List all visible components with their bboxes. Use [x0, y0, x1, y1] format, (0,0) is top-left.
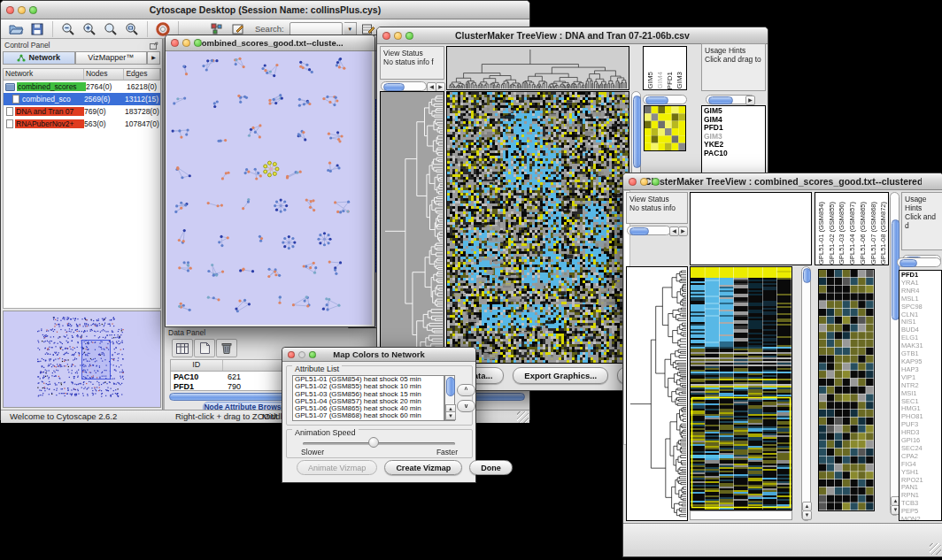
col-nodes[interactable]: Nodes [84, 69, 125, 80]
zoom-window-icon[interactable] [29, 6, 37, 14]
gene-list-hscrollbar[interactable] [897, 257, 941, 267]
open-folder-icon[interactable] [6, 20, 26, 38]
column-label[interactable]: GPL51-06 (GSM865) [858, 202, 869, 265]
status-hscrollbar[interactable]: ◀▶ [381, 81, 427, 91]
network-edges-count: 13112(15) [125, 95, 161, 104]
dialog-title-bar[interactable]: Map Colors to Network [282, 348, 475, 362]
minimize-icon[interactable] [298, 351, 305, 358]
table-select-icon[interactable] [172, 339, 193, 357]
float-window-icon[interactable] [150, 37, 158, 53]
zoom-out-icon[interactable] [58, 20, 78, 38]
speed-slider[interactable] [303, 442, 455, 445]
minimize-icon[interactable] [640, 178, 648, 186]
window-controls [6, 6, 37, 14]
heatmap-vscrollbar[interactable]: ▲▼ [801, 266, 811, 521]
trash-icon[interactable] [216, 339, 237, 357]
attribute-list-item[interactable]: GPL51-07 (GSM868) heat shock 60 min [293, 412, 444, 419]
close-icon[interactable] [629, 178, 637, 186]
treeview-dna-title-bar[interactable]: ClusterMaker TreeView : DNA and Tran 07-… [377, 27, 768, 44]
column-label[interactable]: GPL51-04 (GSM857) [847, 202, 858, 265]
new-file-icon[interactable] [194, 339, 215, 357]
zoom-heatmap[interactable] [644, 105, 686, 151]
tab-overflow-arrow-icon[interactable]: ▶ [147, 51, 160, 65]
zoom-heatmap[interactable] [818, 269, 875, 511]
desktop: Cytoscape Desktop (Session Name: collins… [0, 0, 942, 560]
col-network[interactable]: Network [4, 69, 84, 80]
minimize-icon[interactable] [18, 6, 26, 14]
usage-hints-title: Usage Hints [705, 46, 762, 55]
dialog-button[interactable]: Done [469, 460, 513, 475]
minimize-icon[interactable] [394, 32, 402, 40]
column-label[interactable]: GPL51-08 (GSM872) [878, 202, 889, 265]
row-dendrogram[interactable] [380, 91, 444, 364]
column-label[interactable]: GPL51-03 (GSM856) [837, 202, 847, 265]
gene-label[interactable]: PAC10 [704, 150, 765, 158]
move-up-button[interactable]: ^ [457, 384, 475, 396]
zoom-in-icon[interactable] [80, 20, 99, 38]
gene-label-list: PFD1YRA1RNR4MSL1SPC98CLN1NIS1BUD4ELG1MAK… [899, 270, 942, 521]
column-label[interactable]: GIM5 [645, 72, 655, 89]
zoom-window-icon[interactable] [309, 351, 316, 358]
attribute-list-vscrollbar[interactable]: ▲ ▼ [444, 375, 455, 421]
network-list-row[interactable]: combined_sco 2569(6) 13112(15) [4, 93, 160, 105]
close-icon[interactable] [6, 6, 14, 14]
dialog-button[interactable]: Create Vizmap [384, 460, 462, 475]
main-heatmap[interactable] [446, 91, 629, 364]
network-table-header[interactable]: Network Nodes Edges [4, 69, 160, 81]
map-colors-dialog: Map Colors to Network Attribute List GPL… [282, 347, 476, 483]
zoom-window-icon[interactable] [652, 178, 660, 186]
zoom-fit-icon[interactable] [101, 20, 120, 38]
network-file-icon [6, 119, 13, 128]
resize-grip[interactable] [930, 543, 941, 555]
view-status-title: View Status [383, 49, 441, 58]
speed-slider-thumb[interactable] [368, 437, 379, 448]
gene-label[interactable]: MON2 [901, 516, 941, 521]
column-label[interactable]: GIM3 [675, 72, 684, 89]
col-edges[interactable]: Edges [124, 69, 160, 80]
zoom-window-icon[interactable] [194, 39, 202, 47]
minimize-icon[interactable] [182, 39, 190, 47]
network-list-row[interactable]: DNA and Tran 07 769(0) 183728(0) [4, 105, 160, 118]
zoom-hscrollbar[interactable] [643, 95, 687, 104]
row-value: 790 [222, 382, 241, 391]
column-dendrogram-area[interactable] [690, 192, 812, 265]
column-label[interactable]: GPL51-01 (GSM854) [816, 202, 827, 265]
network-overview-thumbnail[interactable] [3, 311, 161, 408]
tab-vizmapper[interactable]: VizMapper™ [75, 51, 148, 65]
close-icon[interactable] [288, 351, 295, 358]
network-list-table: Network Nodes Edges combined_scores 2764… [3, 68, 161, 309]
main-title-bar[interactable]: Cytoscape Desktop (Session Name: collins… [1, 1, 529, 19]
dialog-buttons: Animate VizmapCreate VizmapDone [282, 460, 475, 475]
status-hscrollbar[interactable]: ◀▶ [627, 226, 671, 235]
network-view-canvas[interactable] [166, 51, 372, 325]
dialog-button[interactable]: Animate Vizmap [297, 460, 377, 475]
network-window-title-bar[interactable]: combined_scores_good.txt--cluste... [166, 35, 374, 51]
network-name: DNA and Tran 07 [15, 107, 84, 116]
attribute-list[interactable]: GPL51-01 (GSM854) heat shock 05 minGPL51… [292, 375, 444, 421]
row-dendrogram[interactable] [626, 266, 688, 521]
heatmap-hscrollbar[interactable] [690, 510, 792, 520]
col-id[interactable]: ID [171, 360, 223, 371]
tab-vizmapper-label: VizMapper™ [88, 52, 134, 64]
network-list-row[interactable]: RNAPuberNov2+ 563(0) 107847(0) [4, 118, 160, 130]
tab-network[interactable]: Network [3, 51, 75, 65]
network-list-row[interactable]: combined_scores 2764(0) 16218(0) [4, 81, 160, 93]
column-dendrogram[interactable] [446, 46, 629, 90]
column-label[interactable]: GPL51-07 (GSM868) [869, 202, 879, 265]
treeview-dna-title: ClusterMaker TreeView : DNA and Tran 07-… [398, 30, 746, 41]
treeview-button[interactable]: Export Graphics... [513, 367, 608, 384]
hints-hscrollbar[interactable]: ▶ [706, 95, 755, 104]
column-label[interactable]: YKE2 [684, 72, 687, 89]
resize-grip[interactable] [517, 411, 529, 423]
column-label[interactable]: PFD1 [665, 72, 675, 89]
close-icon[interactable] [382, 32, 390, 40]
move-down-button[interactable]: v [457, 400, 475, 412]
treeview-combined-title-bar[interactable]: ClusterMaker TreeView : combined_scores_… [623, 173, 942, 190]
zoom-window-icon[interactable] [405, 32, 413, 40]
column-label[interactable]: GIM4 [655, 72, 665, 89]
close-icon[interactable] [171, 39, 179, 47]
zoom-selected-icon[interactable] [122, 20, 142, 38]
save-icon[interactable] [27, 20, 47, 38]
main-heatmap[interactable] [690, 266, 792, 510]
column-label[interactable]: GPL51-02 (GSM855) [827, 202, 838, 265]
